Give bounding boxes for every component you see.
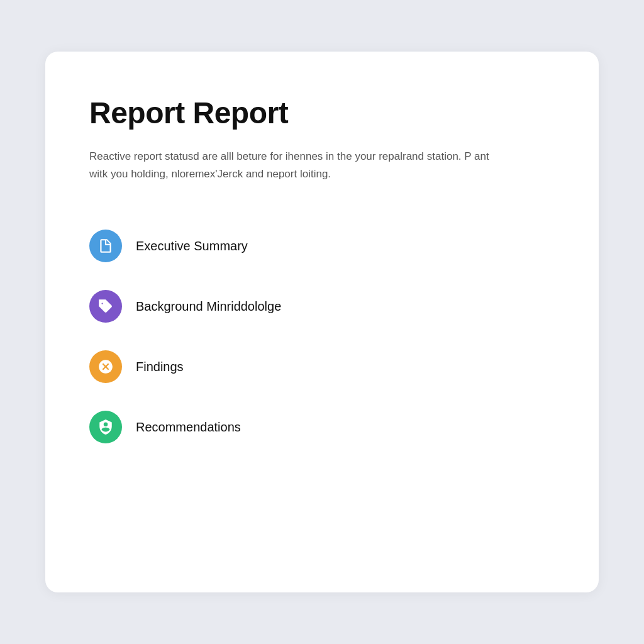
- menu-item-recommendations[interactable]: Recommendations: [89, 397, 555, 457]
- menu-item-background[interactable]: Background Minriddololge: [89, 276, 555, 336]
- report-description: Reactive report statusd are alll beture …: [89, 148, 492, 183]
- close-circle-icon: [97, 358, 114, 375]
- findings-icon-bg: [89, 350, 122, 383]
- recommendations-label: Recommendations: [136, 420, 241, 435]
- tag-icon: [97, 298, 114, 314]
- report-card: Report Report Reactive report statusd ar…: [45, 52, 599, 592]
- menu-item-executive-summary[interactable]: Executive Summary: [89, 216, 555, 276]
- executive-summary-label: Executive Summary: [136, 239, 248, 253]
- report-title: Report Report: [89, 96, 555, 130]
- menu-list: Executive Summary Background Minriddolol…: [89, 216, 555, 457]
- recommendations-icon-bg: [89, 411, 122, 443]
- background-icon-bg: [89, 290, 122, 323]
- background-label: Background Minriddololge: [136, 299, 281, 314]
- menu-item-findings[interactable]: Findings: [89, 336, 555, 397]
- executive-summary-icon-bg: [89, 230, 122, 262]
- findings-label: Findings: [136, 360, 184, 374]
- shield-icon: [97, 419, 114, 435]
- document-icon: [97, 238, 114, 254]
